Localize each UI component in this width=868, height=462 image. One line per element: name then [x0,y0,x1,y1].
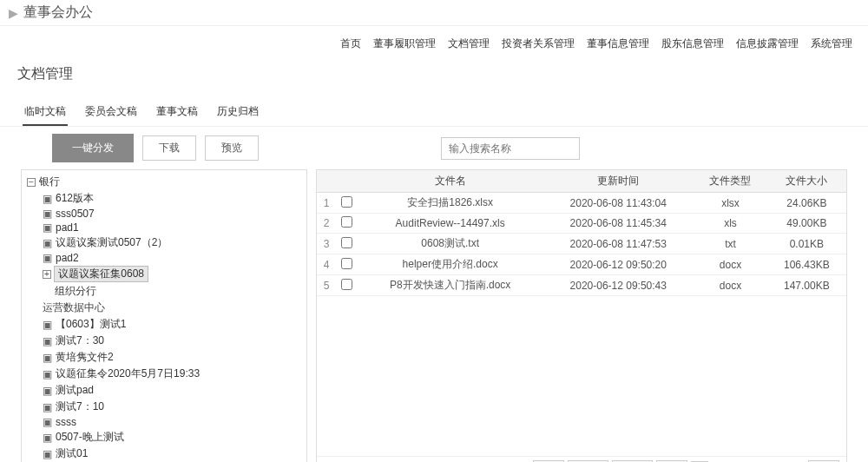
col-size[interactable]: 文件大小 [767,170,846,193]
table-row[interactable]: 1安全扫描1826.xlsx2020-06-08 11:43:04xlsx24.… [317,193,846,214]
tab-temp-docs[interactable]: 临时文稿 [23,101,68,126]
row-index: 3 [317,234,336,254]
tree-children: ▣612版本 ▣sss0507 ▣pad1 ▣议题议案测试0507（2） ▣pa… [27,190,301,462]
toolbar: 一键分发 下载 预览 [0,127,868,169]
tree-item[interactable]: ▣测试7：30 [43,333,301,349]
row-index: 4 [317,254,336,275]
tree-item[interactable]: 组织分行 [43,283,301,300]
col-time[interactable]: 更新时间 [542,170,694,193]
table-row[interactable]: 4helper使用介绍.docx2020-06-12 09:50:20docx1… [317,254,846,275]
col-type[interactable]: 文件类型 [694,170,767,193]
expand-icon[interactable]: + [43,270,51,279]
search-box [441,137,580,160]
tree-item[interactable]: ▣pad2 [43,251,301,265]
nav-investor[interactable]: 投资者关系管理 [502,36,575,51]
tree-item[interactable]: ▣测试01 [43,446,301,462]
table-row[interactable]: 5P8开发快速入门指南.docx2020-06-12 09:50:43docx1… [317,275,846,296]
row-size: 24.06KB [767,193,846,214]
section-title: 文档管理 [0,56,868,101]
row-filename: helper使用介绍.docx [358,254,542,275]
row-time: 2020-06-08 11:47:53 [542,234,694,254]
tree-item[interactable]: ▣612版本 [43,190,301,207]
tree-item[interactable]: ▣0507-晚上测试 [43,429,301,446]
row-index: 2 [317,214,336,234]
nav-director-info[interactable]: 董事信息管理 [587,36,649,51]
row-checkbox[interactable] [336,275,358,296]
tree-item[interactable]: ▣ssss [43,415,301,429]
table-row[interactable]: 30608测试.txt2020-06-08 11:47:53txt0.01KB [317,234,846,254]
checkbox[interactable] [341,258,352,269]
table-body: 文件名 更新时间 文件类型 文件大小 1安全扫描1826.xlsx2020-06… [317,170,846,456]
tree-item[interactable]: ▣sss0507 [43,207,301,221]
row-filename: 0608测试.txt [358,234,542,254]
row-checkbox[interactable] [336,193,358,214]
row-time: 2020-06-12 09:50:20 [542,254,694,275]
tree-root-label: 银行 [39,175,60,189]
row-size: 106.43KB [767,254,846,275]
nav-shareholder[interactable]: 股东信息管理 [661,36,724,51]
nav-system[interactable]: 系统管理 [811,36,852,51]
distribute-button[interactable]: 一键分发 [52,134,134,162]
col-name[interactable]: 文件名 [358,170,542,193]
tree-item[interactable]: ▣【0603】测试1 [43,316,301,333]
nav-doc-mgmt[interactable]: 文档管理 [448,36,490,51]
checkbox[interactable] [341,279,352,290]
tree-item-selected[interactable]: + 议题议案征集0608 [43,265,301,283]
col-check [336,170,358,193]
table-footer: 共 5 条 首页 上一页 下一页 尾页 ⟳ 到第 页 共 1 页 跳转 [317,456,846,462]
row-type: docx [694,254,767,275]
nav-director-duty[interactable]: 董事履职管理 [373,36,436,51]
row-size: 147.00KB [767,275,846,296]
row-size: 0.01KB [767,234,846,254]
checkbox[interactable] [341,216,352,228]
tree-item[interactable]: ▣测试7：10 [43,399,301,415]
collapse-icon[interactable]: − [27,178,36,187]
row-filename: AuditReview--14497.xls [358,214,542,234]
triangle-icon: ▶ [9,6,18,20]
tree-panel: − 银行 ▣612版本 ▣sss0507 ▣pad1 ▣议题议案测试0507（2… [21,169,307,462]
checkbox[interactable] [341,237,352,248]
tree-root-row[interactable]: − 银行 [27,174,301,190]
file-table: 文件名 更新时间 文件类型 文件大小 1安全扫描1826.xlsx2020-06… [317,170,846,296]
row-filename: P8开发快速入门指南.docx [358,275,542,296]
download-button[interactable]: 下载 [142,135,196,161]
col-idx [317,170,336,193]
row-time: 2020-06-08 11:43:04 [542,193,694,214]
row-index: 5 [317,275,336,296]
tab-history[interactable]: 历史归档 [215,101,260,126]
row-filename: 安全扫描1826.xlsx [358,193,542,214]
table-row[interactable]: 2AuditReview--14497.xls2020-06-08 11:45:… [317,214,846,234]
tree-item[interactable]: ▣黄培隽文件2 [43,349,301,366]
tree-item[interactable]: ▣测试pad [43,382,301,399]
row-type: docx [694,275,767,296]
row-time: 2020-06-08 11:45:34 [542,214,694,234]
row-size: 49.00KB [767,214,846,234]
tab-committee-docs[interactable]: 委员会文稿 [83,101,139,126]
row-checkbox[interactable] [336,254,358,275]
nav-home[interactable]: 首页 [340,36,361,51]
row-checkbox[interactable] [336,234,358,254]
checkbox[interactable] [341,196,352,208]
nav-disclosure[interactable]: 信息披露管理 [736,36,799,51]
row-type: txt [694,234,767,254]
tree-root: − 银行 ▣612版本 ▣sss0507 ▣pad1 ▣议题议案测试0507（2… [27,174,301,462]
tree-item[interactable]: ▣议题议案测试0507（2） [43,234,301,251]
doc-tabs: 临时文稿 委员会文稿 董事文稿 历史归档 [0,101,868,127]
main-area: − 银行 ▣612版本 ▣sss0507 ▣pad1 ▣议题议案测试0507（2… [0,169,868,462]
row-type: xls [694,214,767,234]
row-checkbox[interactable] [336,214,358,234]
tab-director-docs[interactable]: 董事文稿 [155,101,200,126]
row-time: 2020-06-12 09:50:43 [542,275,694,296]
tree-section-ops: 运营数据中心 [43,300,301,316]
tree-item[interactable]: ▣pad1 [43,221,301,234]
row-index: 1 [317,193,336,214]
preview-button[interactable]: 预览 [205,135,259,161]
app-title: 董事会办公 [23,3,93,22]
search-input[interactable] [441,137,580,160]
row-type: xlsx [694,193,767,214]
tree-item[interactable]: ▣议题征集令2020年5月7日19:33 [43,366,301,382]
app-header: ▶ 董事会办公 [0,0,868,26]
top-nav: 首页 董事履职管理 文档管理 投资者关系管理 董事信息管理 股东信息管理 信息披… [0,26,868,56]
table-panel: 文件名 更新时间 文件类型 文件大小 1安全扫描1826.xlsx2020-06… [316,169,847,462]
